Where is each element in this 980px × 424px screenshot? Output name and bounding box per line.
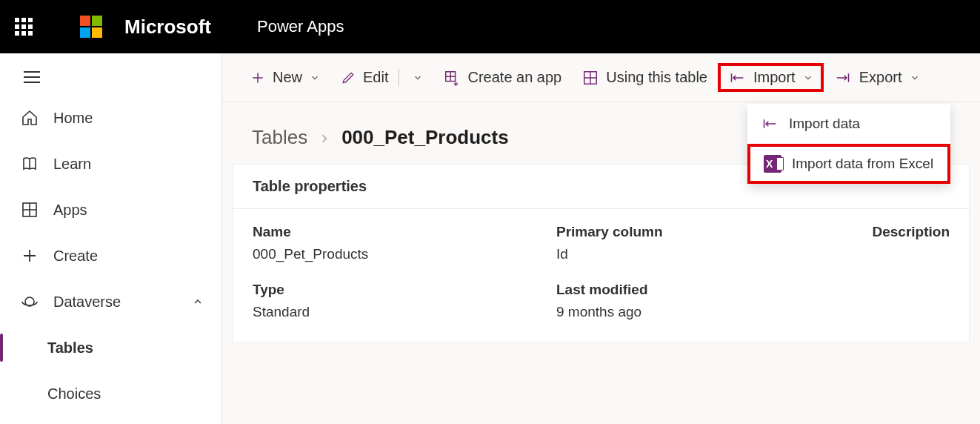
import-icon: [761, 115, 779, 133]
prop-label-description: Description: [860, 224, 950, 240]
breadcrumb-root[interactable]: Tables: [252, 126, 307, 149]
sidebar-item-label: Dataverse: [53, 294, 121, 311]
table-icon: [582, 70, 599, 86]
menu-item-label: Import data from Excel: [792, 156, 933, 172]
sidebar-item-apps[interactable]: Apps: [0, 187, 221, 233]
excel-icon: [764, 155, 781, 173]
grid-icon: [21, 201, 39, 219]
button-label: Edit: [363, 69, 388, 86]
prop-label-primary-column: Primary column: [556, 224, 860, 240]
prop-value-type: Standard: [253, 304, 556, 320]
dataverse-icon: [21, 293, 39, 311]
sidebar-item-create[interactable]: Create: [0, 233, 221, 279]
chevron-down-icon: [910, 73, 920, 83]
import-icon: [728, 70, 746, 85]
chevron-down-icon: [413, 73, 423, 83]
import-data-menu-item[interactable]: Import data: [747, 104, 950, 144]
main-content: New Edit Create an app Using this table: [222, 53, 980, 424]
button-label: Export: [859, 69, 902, 86]
sidebar-item-tables[interactable]: Tables: [0, 325, 221, 371]
prop-value-last-modified: 9 months ago: [556, 304, 860, 320]
home-icon: [21, 109, 39, 127]
sidebar-item-label: Create: [53, 248, 98, 265]
prop-label-last-modified: Last modified: [556, 282, 860, 298]
import-button[interactable]: Import: [718, 63, 824, 92]
chevron-down-icon: [310, 73, 320, 83]
button-label: Import: [753, 69, 796, 86]
export-button[interactable]: Export: [824, 63, 930, 92]
menu-item-label: Import data: [789, 116, 860, 132]
chevron-right-icon: [319, 126, 330, 149]
pencil-icon: [341, 70, 356, 85]
sidebar-item-label: Learn: [53, 156, 91, 173]
command-bar: New Edit Create an app Using this table: [222, 53, 980, 102]
button-label: Using this table: [606, 69, 707, 86]
sidebar-item-dataverse[interactable]: Dataverse: [0, 279, 221, 325]
import-dropdown: Import data Import data from Excel: [747, 104, 950, 184]
prop-value-primary-column: Id: [556, 246, 860, 262]
table-plus-icon: [444, 70, 460, 86]
breadcrumb-current: 000_Pet_Products: [341, 126, 508, 149]
button-label: New: [273, 69, 302, 86]
sidebar-item-choices[interactable]: Choices: [0, 371, 221, 417]
prop-label-name: Name: [253, 224, 556, 240]
new-button[interactable]: New: [240, 63, 330, 92]
sidebar-item-home[interactable]: Home: [0, 95, 221, 141]
left-nav: Home Learn Apps Create Dataverse: [0, 53, 222, 424]
app-launcher-icon[interactable]: [15, 18, 33, 36]
top-header: Microsoft Power Apps: [0, 0, 980, 53]
edit-split-button[interactable]: [399, 63, 433, 93]
plus-icon: [250, 70, 265, 85]
microsoft-logo-icon: [80, 16, 102, 38]
prop-value-name: 000_Pet_Products: [253, 246, 556, 262]
export-icon: [834, 70, 852, 85]
app-title: Power Apps: [257, 17, 344, 36]
sidebar-item-label: Choices: [47, 385, 101, 403]
import-excel-menu-item[interactable]: Import data from Excel: [747, 144, 950, 184]
sidebar-item-label: Home: [53, 110, 93, 127]
brand-label: Microsoft: [124, 16, 211, 39]
sidebar-item-learn[interactable]: Learn: [0, 141, 221, 187]
table-properties-card: Table properties Name 000_Pet_Products T…: [233, 164, 970, 343]
book-icon: [21, 155, 39, 173]
prop-label-type: Type: [253, 282, 556, 298]
button-label: Create an app: [467, 69, 561, 86]
menu-toggle-icon[interactable]: [24, 71, 40, 83]
create-app-button[interactable]: Create an app: [433, 63, 572, 92]
edit-button[interactable]: Edit: [330, 63, 399, 92]
sidebar-item-label: Tables: [47, 339, 93, 357]
sidebar-item-label: Apps: [53, 202, 87, 219]
using-table-button[interactable]: Using this table: [572, 63, 718, 92]
plus-icon: [21, 247, 39, 265]
chevron-up-icon: [192, 296, 204, 308]
chevron-down-icon: [803, 73, 813, 83]
